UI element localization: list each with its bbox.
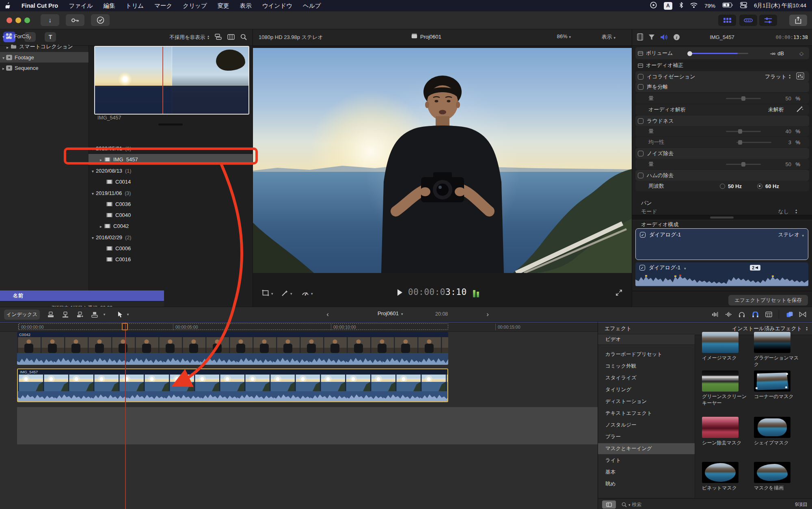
list-clip-row[interactable]: C0040	[89, 210, 253, 221]
category-comic[interactable]: コミック外観	[598, 361, 695, 372]
fullscreen-icon[interactable]	[615, 289, 622, 298]
share-button[interactable]	[789, 15, 807, 26]
search-icon[interactable]	[240, 34, 247, 41]
menu-edit[interactable]: 編集	[98, 2, 121, 10]
equalization-checkbox[interactable]	[638, 74, 644, 80]
menu-trim[interactable]: トリム	[121, 2, 149, 10]
category-color-presets[interactable]: カラーボードプリセット	[598, 349, 695, 360]
loudness-checkbox[interactable]	[638, 118, 644, 124]
bluetooth-icon[interactable]	[679, 2, 683, 9]
eq-editor-button[interactable]	[796, 72, 804, 81]
pane-resize-handle[interactable]	[158, 123, 183, 126]
effect-green-screen-keyer[interactable]: グリーンスクリーンキーヤー	[702, 370, 752, 406]
category-blur[interactable]: ブラー	[598, 431, 695, 442]
effect-image-mask[interactable]: イメージマスク	[702, 332, 752, 362]
list-clip-row[interactable]: C0014	[89, 176, 253, 187]
disclosure-icon[interactable]	[92, 145, 94, 152]
effects-browser-icon[interactable]	[786, 311, 793, 318]
timeline-clip-img-5457-selected[interactable]: IMG_5457	[17, 368, 448, 402]
disclosure-icon[interactable]	[6, 44, 9, 50]
menu-clip[interactable]: クリップ	[177, 2, 212, 10]
clip-filmstrip-preview[interactable]	[94, 46, 249, 115]
headphones-icon[interactable]	[738, 311, 745, 318]
play-button[interactable]	[397, 289, 402, 296]
menu-file[interactable]: ファイル	[63, 2, 98, 10]
effect-gradient-mask[interactable]: グラデーションマスク	[754, 332, 803, 368]
keyframe-diamond-icon[interactable]: ◇	[799, 50, 803, 56]
channel-checkbox[interactable]	[639, 265, 645, 271]
dialog-track-checkbox[interactable]	[640, 232, 646, 238]
playhead[interactable]	[125, 323, 126, 509]
list-clip-row[interactable]: C0016	[89, 254, 253, 265]
show-inspector-button[interactable]	[759, 15, 777, 26]
category-basic[interactable]: 基本	[598, 467, 695, 478]
window-close-button[interactable]	[6, 17, 12, 23]
wifi-icon[interactable]	[690, 2, 698, 9]
effect-shape-mask[interactable]: シェイプマスク	[754, 417, 803, 446]
menu-view[interactable]: 表示	[235, 2, 257, 10]
category-stylize[interactable]: スタイライズ	[598, 373, 695, 383]
timeline-panel[interactable]: 00:00:00:00 00:00:05:00 00:00:10:00 00:0…	[0, 322, 598, 509]
toggle-sidebar-button[interactable]	[602, 500, 616, 509]
viewer-project-name[interactable]: Proj0601	[420, 34, 441, 40]
insert-edit-icon[interactable]	[62, 311, 69, 318]
disclosure-icon[interactable]	[100, 223, 102, 229]
apple-menu-icon[interactable]	[0, 2, 16, 10]
loudness-amount-slider[interactable]	[726, 131, 761, 132]
category-distortion[interactable]: ディストーション	[598, 396, 695, 407]
retime-menu[interactable]	[302, 289, 313, 297]
menu-help[interactable]: ヘルプ	[298, 2, 326, 10]
menu-mark[interactable]: マーク	[149, 2, 177, 10]
show-browser-button[interactable]	[718, 15, 736, 26]
category-light[interactable]: ライト	[598, 455, 695, 466]
list-clip-row[interactable]: C0006	[89, 243, 253, 254]
effect-draw-mask[interactable]: マスクを描画	[754, 462, 803, 492]
audio-channel-strip[interactable]: ダイアログ-1 2	[635, 262, 808, 287]
timeline-clip-c0042[interactable]: C0042	[17, 332, 448, 365]
search-scope-chevron-icon[interactable]	[628, 502, 631, 507]
disclosure-icon[interactable]	[92, 190, 94, 196]
viewer-zoom-menu[interactable]: 86%	[557, 33, 571, 39]
list-date-row[interactable]: 2016/02/29(2)	[89, 232, 253, 243]
menu-bar-clock[interactable]: 6月1日(木) 午前10:44	[754, 2, 806, 9]
menu-final-cut-pro[interactable]: Final Cut Pro	[16, 2, 63, 9]
disclosure-icon[interactable]	[2, 33, 4, 39]
edit-options-chevron-icon[interactable]	[101, 311, 108, 318]
enhancements-menu[interactable]	[281, 289, 292, 297]
index-button[interactable]: インデックス	[4, 310, 40, 320]
effects-search-field[interactable]: 検索	[622, 501, 642, 508]
effect-vignette-mask[interactable]: ビネットマスク	[702, 462, 752, 492]
list-clip-row-img-5457[interactable]: IMG_5457	[89, 154, 253, 165]
timeline-project-menu[interactable]: Proj0601	[378, 310, 403, 316]
disclosure-icon[interactable]	[100, 156, 102, 162]
menu-modify[interactable]: 変更	[212, 2, 235, 10]
uniformity-slider[interactable]	[736, 142, 771, 143]
list-clip-row[interactable]: C0042	[89, 221, 253, 232]
category-view[interactable]: 眺め	[598, 479, 695, 490]
solo-icon[interactable]	[725, 311, 732, 318]
background-tasks-button[interactable]	[91, 14, 110, 26]
section-menu-icon[interactable]	[638, 63, 643, 68]
hum-removal-checkbox[interactable]	[638, 173, 644, 178]
sidebar-item-library[interactable]: ForCS	[0, 31, 89, 41]
category-text-effects[interactable]: テキストエフェクト	[598, 408, 695, 419]
effect-scene-removal-mask[interactable]: シーン除去マスク	[702, 417, 752, 446]
hide-rejected-filter[interactable]: 不採用を非表示	[169, 34, 209, 41]
noise-amount-slider[interactable]	[726, 164, 761, 165]
category-nostalgia[interactable]: ノスタルジー	[598, 420, 695, 431]
list-date-row[interactable]: 2019/11/06(3)	[89, 188, 253, 199]
snapping-icon[interactable]	[752, 311, 759, 318]
save-effects-preset-button[interactable]: エフェクトプリセットを保存	[728, 295, 808, 305]
voice-isolation-checkbox[interactable]	[638, 84, 644, 90]
crop-tool-menu[interactable]	[262, 289, 273, 297]
window-minimize-button[interactable]	[15, 17, 21, 23]
tool-menu-chevron-icon[interactable]	[124, 311, 132, 318]
audio-skimming-icon[interactable]	[711, 311, 719, 318]
filmstrip-view-icon[interactable]	[227, 34, 235, 41]
volume-slider[interactable]	[687, 53, 748, 54]
name-column-header[interactable]: 名前	[0, 290, 164, 301]
analyze-wand-icon[interactable]	[796, 106, 803, 114]
sidebar-item-sequence[interactable]: ★ Sequence	[0, 63, 89, 73]
sidebar-item-smart-collection[interactable]: スマートコレクション	[0, 41, 89, 52]
category-masks-keying[interactable]: マスクとキーイング	[598, 443, 695, 454]
